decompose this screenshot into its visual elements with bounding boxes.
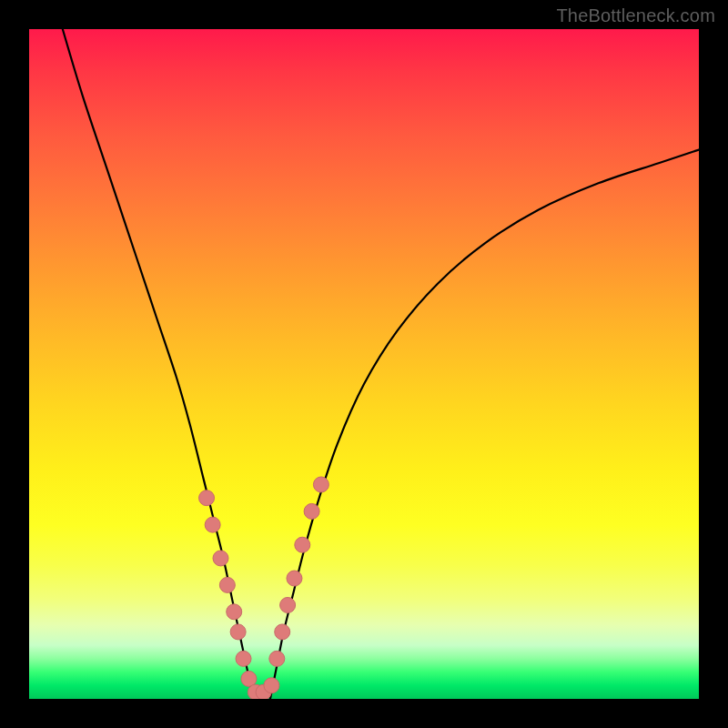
watermark-text: TheBottleneck.com — [556, 5, 715, 26]
marker-point — [219, 577, 235, 592]
marker-point — [275, 624, 290, 640]
marker-point — [280, 597, 296, 612]
outer-frame: TheBottleneck.com — [0, 0, 728, 728]
marker-point — [230, 624, 246, 640]
marker-point — [236, 651, 251, 666]
marker-point — [199, 490, 215, 506]
marker-point — [295, 537, 310, 552]
marker-point — [213, 551, 228, 566]
marker-point — [313, 477, 329, 492]
curve-right-branch — [270, 149, 699, 699]
marker-point — [269, 651, 285, 666]
marker-point — [287, 571, 302, 586]
marker-point — [227, 604, 242, 620]
curves-layer — [29, 29, 699, 699]
marker-point — [264, 678, 279, 693]
marker-point — [304, 503, 319, 519]
marker-point — [205, 517, 220, 532]
plot-area — [29, 29, 699, 699]
curve-left-branch — [63, 29, 254, 699]
